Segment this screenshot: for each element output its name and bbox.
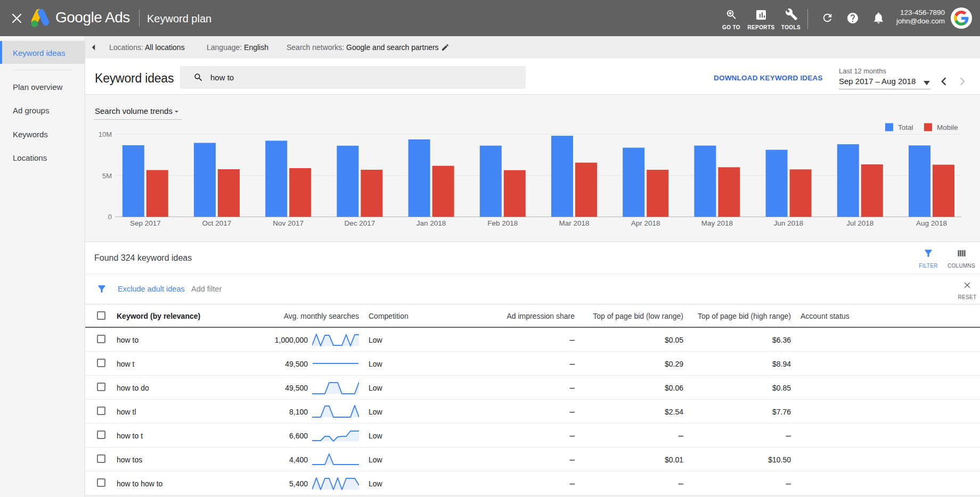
svg-text:May 2018: May 2018 [701,219,733,227]
svg-text:Mar 2018: Mar 2018 [559,219,589,227]
svg-text:5M: 5M [102,172,112,180]
svg-text:Oct 2017: Oct 2017 [202,219,232,227]
svg-text:Sep 2017: Sep 2017 [130,219,161,227]
svg-text:Dec 2017: Dec 2017 [345,219,375,227]
svg-text:Total: Total [898,123,913,131]
svg-text:Jul 2018: Jul 2018 [846,219,873,227]
svg-text:Aug 2018: Aug 2018 [916,219,947,227]
svg-text:Jun 2018: Jun 2018 [774,219,804,227]
svg-text:Jan 2018: Jan 2018 [416,219,446,227]
svg-text:0: 0 [108,213,112,221]
svg-text:Mobile: Mobile [937,123,958,131]
svg-text:Apr 2018: Apr 2018 [631,219,660,227]
svg-text:10M: 10M [99,130,112,138]
svg-text:Nov 2017: Nov 2017 [273,219,304,227]
svg-text:Feb 2018: Feb 2018 [487,219,518,227]
